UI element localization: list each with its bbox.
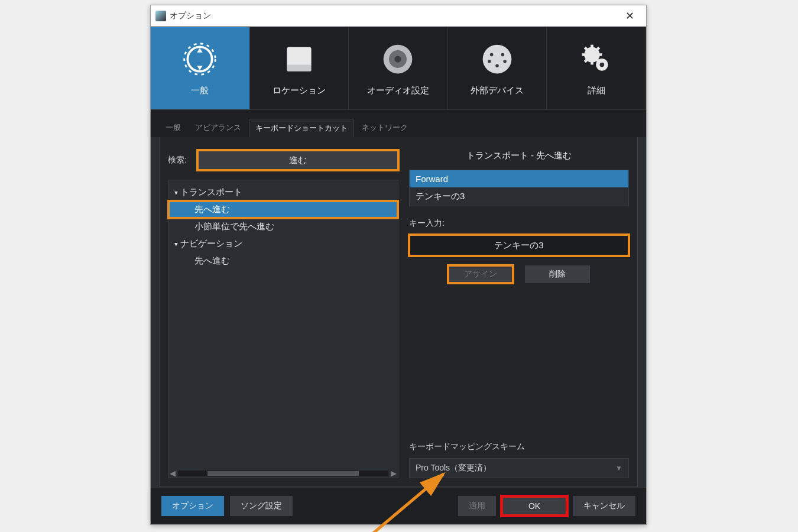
close-icon[interactable]: ✕	[618, 9, 641, 22]
options-dialog: オプション ✕ 一般 ロケーション オーディオ設定 外部デバイス	[150, 5, 647, 525]
gear-sync-icon	[181, 40, 219, 78]
key-input-label: キー入力:	[409, 218, 629, 229]
tree-item-forward[interactable]: 先へ進む	[168, 201, 398, 218]
cancel-button[interactable]: キャンセル	[573, 496, 635, 516]
assign-button[interactable]: アサイン	[448, 265, 513, 283]
nav-tab-label: オーディオ設定	[367, 85, 429, 96]
main-nav-tabs: 一般 ロケーション オーディオ設定 外部デバイス	[151, 27, 646, 109]
nav-tab-label: ロケーション	[273, 85, 326, 96]
tree-item-forward-bar[interactable]: 小節単位で先へ進む	[168, 218, 398, 235]
selected-action-title: トランスポート - 先へ進む	[409, 150, 629, 161]
sub-tab-network[interactable]: ネットワーク	[355, 118, 414, 137]
ok-button[interactable]: OK	[502, 497, 567, 515]
nav-tab-general[interactable]: 一般	[151, 27, 250, 109]
shortcut-tree[interactable]: トランスポート 先へ進む 小節単位で先へ進む ナビゲーション 先へ進む ◀ ▶	[168, 180, 398, 478]
search-input[interactable]	[197, 150, 398, 170]
sub-tabs: 一般 アピアランス キーボードショートカット ネットワーク	[151, 109, 646, 137]
delete-button[interactable]: 削除	[525, 265, 590, 283]
apply-button[interactable]: 適用	[458, 496, 496, 516]
song-settings-button[interactable]: ソング設定	[230, 496, 293, 516]
drive-icon	[280, 40, 318, 78]
nav-tab-label: 詳細	[588, 85, 605, 96]
svg-rect-3	[287, 64, 311, 71]
nav-tab-location[interactable]: ロケーション	[250, 27, 349, 109]
tree-item-nav-forward[interactable]: 先へ進む	[168, 252, 398, 270]
speaker-icon	[379, 40, 417, 78]
svg-point-11	[503, 60, 507, 63]
svg-point-6	[395, 56, 401, 62]
scheme-value: Pro Tools（変更済）	[416, 463, 491, 473]
svg-point-10	[488, 60, 491, 63]
svg-rect-2	[287, 47, 311, 67]
gears-icon	[578, 40, 615, 78]
nav-tab-advanced[interactable]: 詳細	[547, 27, 646, 109]
assignment-row[interactable]: テンキーの3	[410, 187, 628, 206]
content-area: 検索: トランスポート 先へ進む 小節単位で先へ進む ナビゲーション 先へ進む …	[159, 137, 638, 487]
svg-point-8	[490, 53, 494, 57]
options-button[interactable]: オプション	[161, 496, 224, 516]
chevron-down-icon: ▼	[615, 464, 622, 472]
midi-device-icon	[478, 40, 516, 78]
nav-tab-label: 外部デバイス	[471, 85, 524, 96]
svg-point-12	[495, 64, 499, 67]
tree-category-navigation[interactable]: ナビゲーション	[168, 235, 398, 252]
scroll-left-icon[interactable]: ◀	[170, 469, 176, 478]
app-icon	[155, 11, 166, 21]
key-input[interactable]	[409, 235, 629, 256]
search-label: 検索:	[168, 155, 193, 166]
shortcut-right-panel: トランスポート - 先へ進む Forward テンキーの3 キー入力: アサイン…	[409, 150, 629, 478]
nav-tab-devices[interactable]: 外部デバイス	[448, 27, 547, 109]
tree-category-transport[interactable]: トランスポート	[168, 184, 398, 201]
sub-tab-appearance[interactable]: アピアランス	[189, 118, 248, 137]
dialog-footer: オプション ソング設定 適用 OK キャンセル	[151, 487, 646, 524]
assignment-row[interactable]: Forward	[410, 170, 628, 187]
sub-tab-general[interactable]: 一般	[159, 118, 187, 137]
scroll-right-icon[interactable]: ▶	[391, 469, 397, 478]
svg-point-7	[483, 45, 512, 74]
svg-point-16	[599, 63, 604, 67]
scheme-select[interactable]: Pro Tools（変更済） ▼	[409, 458, 629, 478]
nav-tab-audio[interactable]: オーディオ設定	[349, 27, 448, 109]
svg-point-9	[501, 53, 505, 57]
sub-tab-shortcuts[interactable]: キーボードショートカット	[249, 119, 354, 137]
assignment-list[interactable]: Forward テンキーの3	[409, 170, 629, 206]
shortcut-left-panel: 検索: トランスポート 先へ進む 小節単位で先へ進む ナビゲーション 先へ進む …	[168, 150, 398, 478]
horizontal-scrollbar[interactable]	[178, 471, 388, 476]
titlebar: オプション ✕	[151, 5, 646, 27]
nav-tab-label: 一般	[191, 85, 209, 96]
scheme-label: キーボードマッピングスキーム	[409, 442, 629, 452]
window-title: オプション	[170, 11, 211, 21]
